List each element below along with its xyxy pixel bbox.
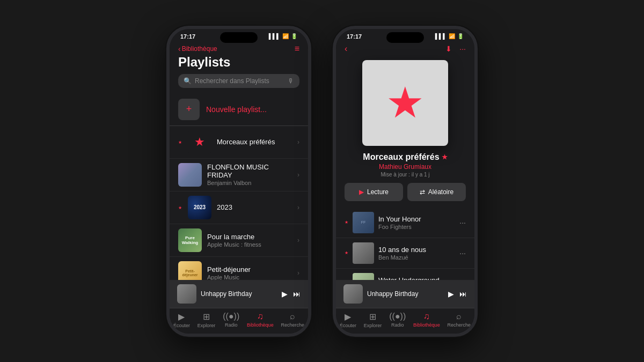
playlist-item-flonflon[interactable]: FLONFLON MUSIC FRIDAY Benjamin Valbon › <box>170 159 308 191</box>
more-icon[interactable]: ··· <box>459 45 466 53</box>
track-info-1: In Your Honor Foo Fighters <box>378 215 455 230</box>
play-button-icon: ▶ <box>359 188 364 196</box>
track-info-2: 10 ans de nous Ben Mazué <box>378 246 455 261</box>
shuffle-button[interactable]: ⇄ Aléatoire <box>407 183 466 201</box>
tab-bibliotheque-right[interactable]: ♫ Bibliothèque <box>413 312 440 328</box>
menu-icon: ≡ <box>295 44 299 53</box>
playlist-detail-updated: Mise à jour : il y a 1 j <box>345 172 466 178</box>
tab-recherche-label: Recherche <box>281 322 305 328</box>
detail-back-button[interactable]: ‹ <box>345 44 347 54</box>
tab-radio-right[interactable]: ((●)) Radio <box>389 312 406 328</box>
playlist-thumb-marche: Pure Walking <box>178 228 202 252</box>
chevron-marche: › <box>297 237 299 244</box>
tab-radio-label: Radio <box>225 322 238 328</box>
playlist-info-ptitdej: Petit-déjeuner Apple Music <box>207 265 292 280</box>
playlist-detail-info: Morceaux préférés ★ Mathieu Grumiaux Mis… <box>336 152 474 183</box>
download-icon[interactable]: ⬇ <box>445 45 452 53</box>
search-icon: 🔍 <box>184 77 192 85</box>
tab-recherche-right[interactable]: ⌕ Recherche <box>448 312 471 328</box>
playlist-list: ★ ★ Morceaux préférés › FLONFLON MUS <box>170 126 308 280</box>
playlist-thumb-morceaux: ★ <box>188 130 211 154</box>
right-phone: 17:17 ▌▌▌ 📶 🔋 ‹ ⬇ ··· ★ <box>333 26 478 337</box>
playlist-item-morceaux[interactable]: ★ ★ Morceaux préférés › <box>170 126 308 159</box>
track-item-water[interactable]: ★ Water Underground Real Estate ⊙ ··· <box>336 269 474 280</box>
playlist-name-ptitdej: Petit-déjeuner <box>207 265 292 274</box>
track-list: ★ FF In Your Honor Foo Fighters ··· ★ <box>336 208 474 280</box>
left-phone: 17:17 ▌▌▌ 📶 🔋 ‹ Bibliothèque ≡ Playlists <box>166 26 311 337</box>
playlist-item-marche[interactable]: Pure Walking Pour la marche Apple Music … <box>170 224 308 257</box>
shuffle-button-icon: ⇄ <box>420 188 425 196</box>
tab-ecouter-icon-r: ▶ <box>345 312 351 322</box>
playlist-item-ptitdej[interactable]: Petit-déjeuner Petit-déjeuner Apple Musi… <box>170 257 308 280</box>
tab-explorer-icon: ⊞ <box>203 312 210 322</box>
tab-ecouter-label: Écouter <box>173 323 190 328</box>
status-icons-right: ▌▌▌ 📶 🔋 <box>435 33 464 39</box>
playlist-info-2023: 2023 <box>217 203 292 211</box>
back-button-left[interactable]: ‹ Bibliothèque <box>178 45 217 53</box>
playlist-name-2023: 2023 <box>217 203 292 211</box>
playlist-name-morceaux: Morceaux préférés <box>217 138 292 146</box>
tab-explorer-left[interactable]: ⊞ Explorer <box>197 312 216 328</box>
play-button[interactable]: ▶ Lecture <box>345 183 403 201</box>
play-icon-left[interactable]: ▶ <box>282 290 288 298</box>
tab-recherche-label-r: Recherche <box>448 322 471 328</box>
signal-icon-right: ▌▌▌ <box>435 33 447 39</box>
search-placeholder: Rechercher dans Playlists <box>195 77 284 85</box>
tab-recherche-icon: ⌕ <box>290 312 295 321</box>
skip-icon-left[interactable]: ⏭ <box>293 290 301 298</box>
playlist-name-marche: Pour la marche <box>207 233 292 241</box>
status-time-left: 17:17 <box>180 33 195 40</box>
track-name-2: 10 ans de nous <box>378 246 455 254</box>
track-thumb-2 <box>353 242 374 264</box>
track-more-2[interactable]: ··· <box>459 249 466 257</box>
playlist-info-marche: Pour la marche Apple Music : fitness <box>207 233 292 248</box>
track-star-1: ★ <box>345 220 348 225</box>
playlist-name-flonflon: FLONFLON MUSIC FRIDAY <box>207 163 292 179</box>
tab-recherche-left[interactable]: ⌕ Recherche <box>281 312 305 328</box>
track-artist-2: Ben Mazué <box>378 254 455 261</box>
tab-bibliotheque-label-r: Bibliothèque <box>413 322 440 328</box>
tab-explorer-right[interactable]: ⊞ Explorer <box>364 312 382 328</box>
tab-ecouter-icon: ▶ <box>178 312 185 322</box>
track-thumb-1: FF <box>353 212 374 233</box>
back-label: Bibliothèque <box>182 45 217 53</box>
dynamic-island-right <box>386 32 424 43</box>
detail-nav: ‹ ⬇ ··· <box>336 42 474 55</box>
search-bar[interactable]: 🔍 Rechercher dans Playlists 🎙 <box>178 74 299 88</box>
battery-icon: 🔋 <box>291 33 297 39</box>
now-playing-bar-right[interactable]: Unhappy Birthday ▶ ⏭ <box>336 280 474 308</box>
playback-controls: ▶ Lecture ⇄ Aléatoire <box>336 183 474 208</box>
wifi-icon: 📶 <box>282 33 289 39</box>
playlist-sub-ptitdej: Apple Music <box>207 274 292 280</box>
nav-bar-left: ‹ Bibliothèque ≡ <box>170 42 308 55</box>
detail-action-icons: ⬇ ··· <box>445 45 466 53</box>
playlist-item-2023[interactable]: ★ 2023 2023 › <box>170 191 308 224</box>
tab-bibliotheque-label: Bibliothèque <box>247 322 274 328</box>
new-playlist-button[interactable]: + Nouvelle playlist... <box>170 93 308 126</box>
chevron-icon: ‹ <box>178 45 181 53</box>
shuffle-button-label: Aléatoire <box>428 188 453 196</box>
playlist-thumb-2023: 2023 <box>188 196 211 219</box>
playlist-sub-marche: Apple Music : fitness <box>207 241 292 248</box>
tab-ecouter-right[interactable]: ▶ Écouter <box>340 312 356 328</box>
chevron-ptitdej: › <box>297 269 299 277</box>
tab-radio-left[interactable]: ((●)) Radio <box>223 312 239 328</box>
tab-bibliotheque-icon-r: ♫ <box>423 312 430 321</box>
tab-ecouter-left[interactable]: ▶ Écouter <box>173 312 190 328</box>
tab-bibliotheque-icon: ♫ <box>257 312 264 321</box>
dynamic-island <box>220 32 258 43</box>
signal-icon: ▌▌▌ <box>269 33 280 39</box>
page-title-left: Playlists <box>170 55 308 74</box>
menu-button[interactable]: ≡ <box>295 44 299 54</box>
play-icon-right[interactable]: ▶ <box>448 290 454 298</box>
now-playing-bar-left[interactable]: Unhappy Birthday ▶ ⏭ <box>170 280 308 308</box>
tab-bar-left: ▶ Écouter ⊞ Explorer ((●)) Radio ♫ Bibli… <box>170 308 308 334</box>
skip-icon-right[interactable]: ⏭ <box>459 290 467 298</box>
album-art: ★ <box>362 60 448 146</box>
tab-bibliotheque-left[interactable]: ♫ Bibliothèque <box>247 312 274 328</box>
battery-icon-right: 🔋 <box>457 33 464 39</box>
album-star-icon: ★ <box>386 82 425 124</box>
track-item-in-your-honor[interactable]: ★ FF In Your Honor Foo Fighters ··· <box>336 208 474 238</box>
track-more-1[interactable]: ··· <box>459 218 466 227</box>
track-item-10ans[interactable]: ★ 10 ans de nous Ben Mazué ··· <box>336 238 474 269</box>
